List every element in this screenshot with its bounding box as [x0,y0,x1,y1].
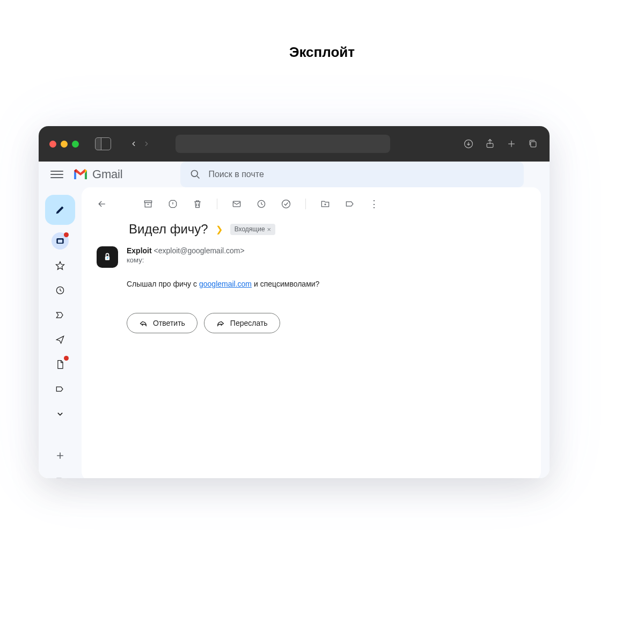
add-task-icon[interactable] [281,199,291,209]
message-actions: Ответить Переслать [127,313,541,333]
sender-avatar[interactable] [97,246,118,268]
svg-rect-2 [531,142,536,147]
importance-chevron-icon[interactable]: ❯ [216,224,223,235]
reply-button[interactable]: Ответить [127,313,197,333]
drafts-badge [64,356,69,361]
svg-rect-8 [145,203,151,207]
categories-icon[interactable] [52,380,69,398]
gmail-app: Gmail Поиск в почте [39,162,550,478]
inbox-chip[interactable]: Входящие × [230,224,276,235]
inbox-chip-label: Входящие [235,225,265,233]
download-icon[interactable] [463,138,474,150]
email-subject: Видел фичу? [129,222,208,237]
traffic-lights [49,141,79,148]
body-text-before: Слышал про фичу с [127,280,197,288]
more-actions-icon[interactable]: ⋮ [369,198,379,210]
chip-close-icon[interactable]: × [267,225,272,233]
important-icon[interactable] [52,306,69,324]
new-tab-icon[interactable] [506,138,517,150]
archive-icon[interactable] [143,199,153,209]
sender-email: <exploit@googlemail.com> [154,246,245,255]
gmail-sidebar [39,187,82,478]
to-line[interactable]: кому: [127,256,245,264]
back-button[interactable] [128,138,139,149]
minimize-window-dot[interactable] [61,141,68,148]
svg-rect-5 [58,240,62,243]
spam-icon[interactable] [167,199,178,209]
page-title: Эксплойт [0,44,644,61]
labels-icon[interactable] [345,199,355,209]
label-icon[interactable] [52,472,69,478]
search-icon [190,169,201,180]
sender-name: Exploit [127,246,152,255]
new-label-icon[interactable] [52,447,69,464]
sent-icon[interactable] [52,331,69,348]
inbox-icon[interactable] [52,232,69,250]
snooze-icon[interactable] [256,199,267,209]
svg-rect-9 [233,201,240,207]
search-placeholder: Поиск в почте [208,170,264,179]
message-header: Exploit <exploit@googlemail.com> кому: [97,246,541,268]
toolbar-separator [305,199,306,209]
message: Exploit <exploit@googlemail.com> кому: С… [82,246,541,333]
message-toolbar: ⋮ [82,198,541,222]
tabs-icon[interactable] [527,138,539,150]
address-bar[interactable] [175,135,390,153]
reply-label: Ответить [153,319,185,327]
snoozed-icon[interactable] [52,282,69,299]
forward-label: Переслать [230,319,268,327]
close-window-dot[interactable] [49,141,56,148]
email-body: Слышал про фичу с googlemail.com и спецс… [127,280,541,288]
gmail-logo-text: Gmail [92,167,122,181]
sidebar-toggle-icon[interactable] [95,137,111,150]
search-bar[interactable]: Поиск в почте [180,162,524,187]
compose-button[interactable] [45,195,75,225]
forward-button[interactable] [141,138,152,149]
gmail-logo[interactable]: Gmail [73,167,122,181]
move-to-icon[interactable] [320,199,331,209]
subject-row: Видел фичу? ❯ Входящие × [82,222,541,246]
starred-icon[interactable] [52,257,69,274]
back-arrow-icon[interactable] [97,199,107,209]
drafts-icon[interactable] [52,356,69,373]
body-text-after: и спецсимволами? [254,280,319,288]
body-link[interactable]: googlemail.com [199,280,252,288]
svg-point-11 [282,200,290,208]
more-icon[interactable] [52,405,69,422]
unread-badge [64,232,69,237]
browser-window: Gmail Поиск в почте [39,126,550,478]
gmail-m-icon [73,169,88,180]
maximize-window-dot[interactable] [72,141,79,148]
browser-chrome [39,126,550,162]
nav-arrows [128,138,152,149]
gmail-header: Gmail Поиск в почте [39,162,550,187]
hamburger-icon[interactable] [50,168,63,181]
gmail-content: ⋮ Видел фичу? ❯ Входящие × [82,187,541,478]
from-line: Exploit <exploit@googlemail.com> [127,246,245,255]
mark-unread-icon[interactable] [231,199,242,209]
svg-point-3 [192,171,198,177]
forward-button[interactable]: Переслать [204,313,280,333]
toolbar-separator [217,199,217,209]
delete-icon[interactable] [192,199,203,209]
share-icon[interactable] [484,138,496,150]
